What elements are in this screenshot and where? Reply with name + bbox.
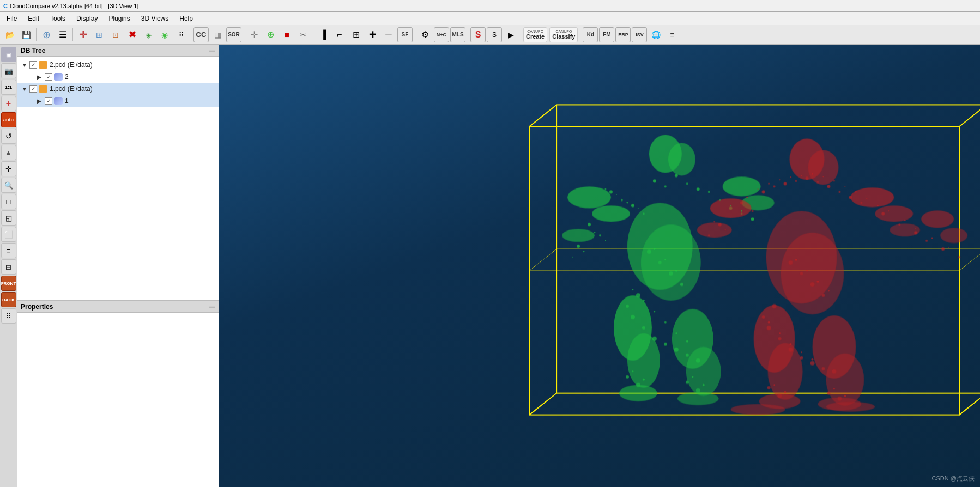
svg-point-112 — [731, 404, 785, 415]
checkbox-cloud1[interactable] — [45, 97, 52, 105]
properties-minimize[interactable]: — — [209, 303, 215, 311]
db-tree-minimize[interactable]: — — [209, 47, 215, 54]
svg-point-40 — [751, 217, 754, 221]
snapshot-button[interactable]: 📷 — [1, 63, 16, 78]
sor-button[interactable]: SOR — [226, 27, 241, 42]
menubar-plugins[interactable]: Plugins — [104, 14, 134, 23]
corner-button[interactable]: ⌐ — [332, 27, 347, 42]
svg-point-164 — [790, 343, 792, 345]
ratio-button[interactable]: 1:1 — [1, 80, 16, 95]
properties-button[interactable]: ☰ — [55, 27, 70, 42]
stats-button[interactable]: ▐ — [316, 27, 331, 42]
view-button[interactable]: ▣ — [1, 47, 16, 62]
menubar-display[interactable]: Display — [72, 14, 102, 23]
canupo-classify-button[interactable]: CANUPO Classify — [549, 27, 578, 42]
cube-view-button[interactable]: □ — [1, 194, 16, 209]
spline1-button[interactable]: S — [470, 27, 486, 42]
pattern-button[interactable]: ⠿ — [173, 27, 189, 42]
tree-row-cloud2[interactable]: ▶ 2 — [17, 71, 219, 83]
pivot-button[interactable]: ⊕ — [39, 27, 54, 42]
globe-button[interactable]: 🌐 — [648, 27, 663, 42]
texture-button[interactable]: ▦ — [210, 27, 225, 42]
svg-point-25 — [609, 190, 613, 193]
nc-button[interactable]: N+C — [434, 27, 449, 42]
move-z-button[interactable]: ▲ — [1, 145, 16, 160]
sf-button[interactable]: SF — [397, 27, 413, 42]
auto-button[interactable]: auto — [1, 112, 16, 127]
menubar-3dviews[interactable]: 3D Views — [137, 14, 173, 23]
grid-button[interactable]: ⊞ — [348, 27, 364, 42]
svg-point-50 — [664, 343, 667, 346]
clone-button[interactable]: ◈ — [141, 27, 156, 42]
db-tree-panel: DB Tree — ▼ 2.pcd (E:/data) ▶ — [17, 45, 219, 301]
extra-button[interactable]: ≡ — [664, 27, 680, 42]
translate-3d-button[interactable]: ✛ — [1, 161, 16, 176]
menubar-help[interactable]: Help — [175, 14, 197, 23]
cross-button[interactable]: ✛ — [246, 27, 262, 42]
svg-point-96 — [800, 272, 803, 275]
mls-button[interactable]: MLS — [450, 27, 465, 42]
spline2-button[interactable]: S — [487, 27, 502, 42]
scissors-button[interactable]: ✂ — [295, 27, 311, 42]
menubar-edit[interactable]: Edit — [23, 14, 44, 23]
save-button[interactable]: 💾 — [19, 27, 34, 42]
settings-button[interactable]: ⚙ — [418, 27, 433, 42]
checkbox-1pcd[interactable] — [29, 85, 37, 93]
cc-button[interactable]: CC — [193, 27, 209, 42]
menubar-file[interactable]: File — [2, 14, 21, 23]
svg-point-93 — [941, 247, 945, 251]
remove-button[interactable]: ─ — [381, 27, 396, 42]
svg-point-36 — [599, 234, 601, 236]
viewport[interactable]: CSDN @点云侠 — [219, 45, 980, 487]
db-tree-content[interactable]: ▼ 2.pcd (E:/data) ▶ 2 — [17, 57, 219, 300]
toggle-1pcd[interactable]: ▼ — [22, 86, 29, 92]
stack-button[interactable]: ≡ — [1, 243, 16, 258]
color-button[interactable]: ■ — [279, 27, 294, 42]
toggle-cloud1[interactable]: ▶ — [37, 98, 45, 104]
svg-point-94 — [958, 256, 960, 258]
toggle-2pcd[interactable]: ▼ — [22, 62, 29, 68]
add-button[interactable]: ✚ — [365, 27, 380, 42]
svg-point-122 — [719, 199, 721, 201]
svg-point-128 — [632, 289, 633, 290]
erp-button[interactable]: ERP — [615, 27, 631, 42]
box-select-button[interactable]: ◱ — [1, 210, 16, 226]
layers-button[interactable]: ⊟ — [1, 259, 16, 275]
back-button[interactable]: BACK — [1, 292, 16, 307]
svg-point-75 — [740, 201, 743, 204]
isv-button[interactable]: ISV — [632, 27, 647, 42]
menubar-tools[interactable]: Tools — [46, 14, 70, 23]
merge-button[interactable]: ⊞ — [92, 27, 107, 42]
zoom-button[interactable]: 🔍 — [1, 178, 16, 193]
add-cloud-button[interactable]: ✛ — [75, 27, 90, 42]
canupo-create-button[interactable]: CANUPO Create — [523, 27, 547, 42]
checkbox-cloud2[interactable] — [45, 73, 52, 81]
apply-sf-button[interactable]: ◉ — [157, 27, 172, 42]
arrow-button[interactable]: ▶ — [503, 27, 518, 42]
3d-box-button[interactable]: ⬜ — [1, 227, 16, 242]
toggle-cloud2[interactable]: ▶ — [37, 74, 45, 80]
checkbox-2pcd[interactable] — [29, 61, 37, 69]
tree-row-cloud1[interactable]: ▶ 1 — [17, 95, 219, 107]
properties-content — [17, 313, 219, 487]
kd-button[interactable]: Kd — [583, 27, 598, 42]
svg-point-170 — [844, 395, 846, 397]
svg-point-57 — [696, 388, 700, 393]
subsample-button[interactable]: ⊡ — [108, 27, 123, 42]
rotate-button[interactable]: ↺ — [1, 129, 16, 144]
add-translate-button[interactable]: + — [1, 96, 16, 111]
front-button[interactable]: FRONT — [1, 276, 16, 291]
svg-point-150 — [877, 205, 879, 206]
dots-button[interactable]: ⠿ — [1, 308, 16, 324]
svg-point-167 — [773, 384, 775, 386]
tree-row-1pcd[interactable]: ▼ 1.pcd (E:/data) — [17, 83, 219, 95]
tree-row-2pcd[interactable]: ▼ 2.pcd (E:/data) — [17, 59, 219, 71]
svg-point-99 — [772, 304, 777, 308]
open-button[interactable]: 📂 — [2, 27, 17, 42]
delete-button[interactable]: ✖ — [124, 27, 140, 42]
svg-point-54 — [626, 375, 629, 379]
viewport-watermark: CSDN @点云侠 — [932, 474, 975, 483]
svg-point-102 — [778, 337, 782, 340]
target-button[interactable]: ⊕ — [263, 27, 278, 42]
fm-button[interactable]: FM — [599, 27, 614, 42]
